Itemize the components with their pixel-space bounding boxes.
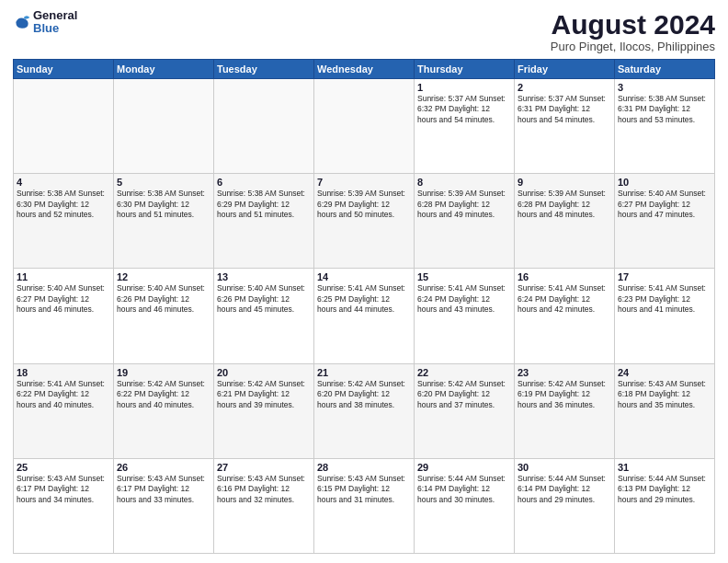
day-number: 25 (17, 462, 110, 473)
calendar-cell: 1Sunrise: 5:37 AM Sunset: 6:32 PM Daylig… (415, 79, 515, 174)
cell-info: Sunrise: 5:40 AM Sunset: 6:27 PM Dayligh… (618, 189, 711, 220)
day-number: 19 (117, 367, 210, 378)
cell-info: Sunrise: 5:39 AM Sunset: 6:28 PM Dayligh… (417, 189, 511, 220)
day-number: 9 (518, 177, 611, 188)
cell-info: Sunrise: 5:38 AM Sunset: 6:29 PM Dayligh… (217, 189, 311, 220)
calendar-cell: 6Sunrise: 5:38 AM Sunset: 6:29 PM Daylig… (214, 174, 314, 269)
cell-info: Sunrise: 5:41 AM Sunset: 6:22 PM Dayligh… (17, 379, 110, 410)
calendar-header-row: SundayMondayTuesdayWednesdayThursdayFrid… (14, 60, 715, 79)
cell-info: Sunrise: 5:38 AM Sunset: 6:30 PM Dayligh… (117, 189, 210, 220)
day-number: 13 (217, 271, 311, 282)
calendar-cell: 20Sunrise: 5:42 AM Sunset: 6:21 PM Dayli… (214, 363, 314, 458)
day-number: 24 (618, 367, 711, 378)
day-number: 26 (117, 462, 210, 473)
day-number: 29 (417, 462, 511, 473)
day-number: 10 (618, 177, 711, 188)
calendar-cell: 26Sunrise: 5:43 AM Sunset: 6:17 PM Dayli… (114, 458, 214, 553)
day-header-saturday: Saturday (615, 60, 715, 79)
calendar-cell: 5Sunrise: 5:38 AM Sunset: 6:30 PM Daylig… (114, 174, 214, 269)
calendar-cell: 27Sunrise: 5:43 AM Sunset: 6:16 PM Dayli… (214, 458, 314, 553)
calendar-cell (14, 79, 114, 174)
calendar-cell: 3Sunrise: 5:38 AM Sunset: 6:31 PM Daylig… (615, 79, 715, 174)
calendar-cell: 9Sunrise: 5:39 AM Sunset: 6:28 PM Daylig… (515, 174, 615, 269)
calendar-cell: 8Sunrise: 5:39 AM Sunset: 6:28 PM Daylig… (415, 174, 515, 269)
calendar-cell: 29Sunrise: 5:44 AM Sunset: 6:14 PM Dayli… (415, 458, 515, 553)
day-number: 7 (317, 177, 411, 188)
day-number: 28 (317, 462, 411, 473)
day-number: 14 (317, 271, 411, 282)
logo-icon (13, 13, 31, 31)
cell-info: Sunrise: 5:42 AM Sunset: 6:22 PM Dayligh… (117, 379, 210, 410)
cell-info: Sunrise: 5:43 AM Sunset: 6:17 PM Dayligh… (117, 474, 210, 505)
cell-info: Sunrise: 5:40 AM Sunset: 6:26 PM Dayligh… (117, 283, 210, 315)
day-number: 8 (417, 177, 511, 188)
day-number: 6 (217, 177, 311, 188)
calendar-cell: 7Sunrise: 5:39 AM Sunset: 6:29 PM Daylig… (314, 174, 415, 269)
day-number: 30 (518, 462, 611, 473)
day-number: 21 (317, 367, 411, 378)
logo-text: General Blue (33, 9, 77, 36)
calendar-cell (114, 79, 214, 174)
cell-info: Sunrise: 5:38 AM Sunset: 6:30 PM Dayligh… (17, 189, 110, 220)
calendar-cell: 2Sunrise: 5:37 AM Sunset: 6:31 PM Daylig… (515, 79, 615, 174)
cell-info: Sunrise: 5:42 AM Sunset: 6:21 PM Dayligh… (217, 379, 311, 410)
day-header-thursday: Thursday (415, 60, 515, 79)
cell-info: Sunrise: 5:42 AM Sunset: 6:19 PM Dayligh… (518, 379, 611, 410)
calendar-cell: 25Sunrise: 5:43 AM Sunset: 6:17 PM Dayli… (14, 458, 114, 553)
week-row-4: 18Sunrise: 5:41 AM Sunset: 6:22 PM Dayli… (14, 363, 715, 458)
day-number: 27 (217, 462, 311, 473)
week-row-2: 4Sunrise: 5:38 AM Sunset: 6:30 PM Daylig… (14, 174, 715, 269)
title-block: August 2024 Puro Pinget, Ilocos, Philipp… (551, 9, 715, 53)
calendar-cell: 11Sunrise: 5:40 AM Sunset: 6:27 PM Dayli… (14, 269, 114, 363)
calendar-cell: 21Sunrise: 5:42 AM Sunset: 6:20 PM Dayli… (314, 363, 415, 458)
cell-info: Sunrise: 5:41 AM Sunset: 6:23 PM Dayligh… (618, 283, 711, 315)
calendar-cell (214, 79, 314, 174)
calendar-cell: 31Sunrise: 5:44 AM Sunset: 6:13 PM Dayli… (615, 458, 715, 553)
calendar-cell: 28Sunrise: 5:43 AM Sunset: 6:15 PM Dayli… (314, 458, 415, 553)
day-number: 23 (518, 367, 611, 378)
day-number: 31 (618, 462, 711, 473)
cell-info: Sunrise: 5:41 AM Sunset: 6:24 PM Dayligh… (417, 283, 511, 315)
cell-info: Sunrise: 5:44 AM Sunset: 6:14 PM Dayligh… (417, 474, 511, 505)
cell-info: Sunrise: 5:39 AM Sunset: 6:28 PM Dayligh… (518, 189, 611, 220)
day-header-wednesday: Wednesday (314, 60, 415, 79)
day-number: 5 (117, 177, 210, 188)
calendar-cell: 24Sunrise: 5:43 AM Sunset: 6:18 PM Dayli… (615, 363, 715, 458)
cell-info: Sunrise: 5:43 AM Sunset: 6:15 PM Dayligh… (317, 474, 411, 505)
calendar-cell: 15Sunrise: 5:41 AM Sunset: 6:24 PM Dayli… (415, 269, 515, 363)
day-number: 16 (518, 271, 611, 282)
calendar-cell: 10Sunrise: 5:40 AM Sunset: 6:27 PM Dayli… (615, 174, 715, 269)
cell-info: Sunrise: 5:43 AM Sunset: 6:16 PM Dayligh… (217, 474, 311, 505)
calendar: SundayMondayTuesdayWednesdayThursdayFrid… (13, 59, 715, 554)
calendar-cell: 19Sunrise: 5:42 AM Sunset: 6:22 PM Dayli… (114, 363, 214, 458)
week-row-1: 1Sunrise: 5:37 AM Sunset: 6:32 PM Daylig… (14, 79, 715, 174)
day-number: 15 (417, 271, 511, 282)
cell-info: Sunrise: 5:38 AM Sunset: 6:31 PM Dayligh… (618, 94, 711, 125)
day-number: 3 (618, 82, 711, 93)
calendar-cell: 13Sunrise: 5:40 AM Sunset: 6:26 PM Dayli… (214, 269, 314, 363)
day-number: 20 (217, 367, 311, 378)
week-row-5: 25Sunrise: 5:43 AM Sunset: 6:17 PM Dayli… (14, 458, 715, 553)
day-header-monday: Monday (114, 60, 214, 79)
cell-info: Sunrise: 5:43 AM Sunset: 6:18 PM Dayligh… (618, 379, 711, 410)
week-row-3: 11Sunrise: 5:40 AM Sunset: 6:27 PM Dayli… (14, 269, 715, 363)
calendar-cell: 12Sunrise: 5:40 AM Sunset: 6:26 PM Dayli… (114, 269, 214, 363)
calendar-cell (314, 79, 415, 174)
day-header-tuesday: Tuesday (214, 60, 314, 79)
calendar-cell: 22Sunrise: 5:42 AM Sunset: 6:20 PM Dayli… (415, 363, 515, 458)
calendar-cell: 23Sunrise: 5:42 AM Sunset: 6:19 PM Dayli… (515, 363, 615, 458)
calendar-cell: 14Sunrise: 5:41 AM Sunset: 6:25 PM Dayli… (314, 269, 415, 363)
cell-info: Sunrise: 5:41 AM Sunset: 6:24 PM Dayligh… (518, 283, 611, 315)
cell-info: Sunrise: 5:40 AM Sunset: 6:26 PM Dayligh… (217, 283, 311, 315)
day-header-friday: Friday (515, 60, 615, 79)
calendar-cell: 18Sunrise: 5:41 AM Sunset: 6:22 PM Dayli… (14, 363, 114, 458)
cell-info: Sunrise: 5:40 AM Sunset: 6:27 PM Dayligh… (17, 283, 110, 315)
header: General Blue August 2024 Puro Pinget, Il… (13, 9, 715, 53)
cell-info: Sunrise: 5:37 AM Sunset: 6:31 PM Dayligh… (518, 94, 611, 125)
day-number: 18 (17, 367, 110, 378)
location: Puro Pinget, Ilocos, Philippines (551, 40, 715, 53)
day-number: 1 (417, 82, 511, 93)
cell-info: Sunrise: 5:41 AM Sunset: 6:25 PM Dayligh… (317, 283, 411, 315)
cell-info: Sunrise: 5:44 AM Sunset: 6:13 PM Dayligh… (618, 474, 711, 505)
calendar-cell: 16Sunrise: 5:41 AM Sunset: 6:24 PM Dayli… (515, 269, 615, 363)
